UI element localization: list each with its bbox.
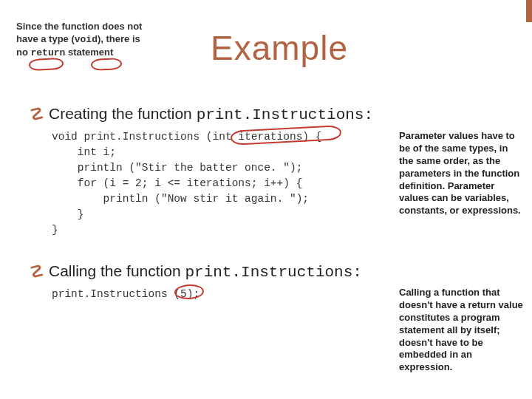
annotation-parameters: Parameter values have to be of the same … — [399, 130, 525, 217]
note-line2a: have a type ( — [16, 33, 75, 44]
accent-bar — [526, 0, 532, 22]
bullet2-pre: Calling the function — [49, 262, 185, 279]
circle-annotation-arg — [174, 284, 205, 300]
bullet-icon: ☡ — [30, 106, 44, 123]
slide-title: Example — [211, 28, 348, 68]
bullet-text-2: Calling the function print.Instructions: — [49, 262, 362, 281]
bullet1-pre: Creating the function — [49, 105, 197, 122]
code-block-definition: void print.Instructions (int iterations)… — [52, 129, 321, 238]
note-line3c: statement — [65, 47, 113, 58]
note-topleft: Since the function does not have a type … — [16, 21, 190, 60]
bullet2-code: print.Instructions: — [185, 264, 361, 281]
circle-annotation-return — [29, 58, 64, 71]
note-line2c: ), there is — [98, 33, 140, 44]
note-void: void — [75, 34, 98, 45]
circle-annotation-params — [231, 125, 342, 146]
bullet1-code: print.Instructions: — [197, 106, 373, 123]
bullet-icon: ☡ — [30, 264, 44, 280]
bullet-creating: ☡ Creating the function print.Instructio… — [30, 105, 373, 123]
note-return: return — [31, 47, 66, 58]
circle-annotation-void — [91, 58, 123, 71]
bullet-calling: ☡ Calling the function print.Instruction… — [30, 262, 362, 281]
bullet-text-1: Creating the function print.Instructions… — [49, 105, 373, 123]
note-line3a: no — [16, 47, 31, 58]
note-line1: Since the function does not — [16, 21, 142, 32]
annotation-calling: Calling a function that doesn't have a r… — [399, 287, 525, 374]
